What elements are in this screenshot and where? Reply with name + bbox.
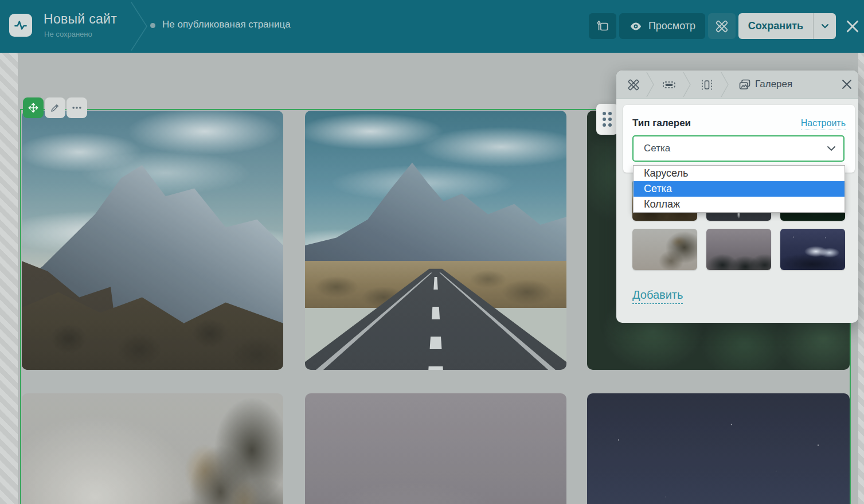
close-icon (841, 79, 853, 90)
canvas-left-margin (0, 53, 18, 504)
editor-header: Новый сайт Не сохранено Не опубликованая… (0, 0, 864, 53)
gallery-image-snowy-mountain[interactable] (22, 111, 283, 370)
group-title: Тип галереи (632, 118, 691, 129)
select-value: Сетка (644, 143, 670, 154)
dropdown-option-collage[interactable]: Коллаж (634, 197, 845, 212)
gallery-breadcrumb-icon (738, 78, 752, 92)
gallery-image-night-sky[interactable] (587, 393, 850, 504)
gallery-image-foggy-forest-light[interactable] (22, 393, 283, 504)
move-icon (28, 102, 39, 114)
breadcrumb-separator (721, 72, 729, 97)
save-options-caret[interactable] (813, 13, 836, 39)
save-label[interactable]: Сохранить (738, 20, 813, 32)
add-image-link[interactable]: Добавить (632, 288, 683, 304)
ellipsis-icon (71, 102, 83, 114)
preview-label: Просмотр (648, 20, 695, 32)
breadcrumb-separator (646, 72, 654, 97)
editor-dim-overlay (22, 393, 283, 504)
editor-dim-overlay (305, 111, 566, 370)
pencil-ruler-icon (714, 19, 729, 34)
caret-down-icon (822, 24, 828, 29)
widget-tools-button[interactable] (708, 13, 736, 39)
canvas-right-margin (858, 53, 864, 504)
section-breadcrumb-button[interactable] (662, 78, 676, 92)
gallery-image-foggy-forest-dark[interactable] (305, 393, 566, 504)
edit-widget-button[interactable] (45, 97, 65, 118)
close-icon (845, 19, 860, 34)
editor-close-button[interactable] (845, 19, 860, 34)
editor-dim-overlay (305, 393, 566, 504)
gallery-type-group: Тип галереи Настроить Сетка (623, 105, 855, 173)
column-breadcrumb-button[interactable] (700, 78, 714, 92)
save-status: Не сохранено (44, 30, 92, 38)
configure-link[interactable]: Настроить (801, 118, 846, 130)
panel-breadcrumb-bar: Галерея (616, 71, 858, 99)
site-title: Новый сайт (44, 11, 117, 27)
thumbnail-foggy-light[interactable] (632, 229, 697, 270)
save-button[interactable]: Сохранить (738, 13, 836, 39)
pen-page-icon (595, 19, 610, 34)
breadcrumb-separator (683, 72, 691, 97)
page-status-dot (150, 23, 155, 28)
eye-icon (629, 19, 643, 33)
pencil-ruler-icon (627, 78, 640, 92)
six-dots-icon (603, 112, 612, 127)
editor-dim-overlay (22, 111, 283, 370)
thumbnail-foggy-dark[interactable] (706, 229, 771, 270)
gallery-image-road[interactable] (305, 111, 566, 370)
app-logo[interactable] (9, 14, 32, 37)
page-status: Не опубликованая страница (162, 19, 291, 30)
gallery-settings-panel: Галерея Тип галереи Настроить Сетка Доба… (616, 71, 858, 323)
panel-close-button[interactable] (841, 79, 854, 91)
preview-button[interactable]: Просмотр (619, 13, 705, 39)
design-breadcrumb-button[interactable] (627, 78, 640, 92)
editor-dim-overlay (587, 393, 850, 504)
site-editor: Галерея Тип галереи Настроить Сетка Доба… (0, 0, 864, 504)
image-drag-handle[interactable] (596, 104, 618, 135)
gallery-type-select[interactable]: Сетка (632, 135, 845, 162)
more-options-button[interactable] (67, 97, 87, 118)
section-icon (662, 78, 676, 92)
thumbnail-night-mountains[interactable] (780, 229, 845, 270)
column-icon (700, 78, 714, 92)
dropdown-option-carousel[interactable]: Карусель (634, 166, 845, 181)
pencil-icon (50, 103, 60, 113)
gallery-type-dropdown: Карусель Сетка Коллаж (633, 165, 845, 213)
panel-title: Галерея (755, 79, 792, 90)
design-button[interactable] (589, 13, 616, 39)
dropdown-option-grid-selected[interactable]: Сетка (634, 181, 845, 197)
pulse-icon (13, 18, 28, 33)
gallery-icon (738, 78, 752, 92)
header-separator (131, 1, 148, 52)
move-widget-button[interactable] (23, 97, 44, 118)
chevron-down-icon (827, 146, 835, 151)
